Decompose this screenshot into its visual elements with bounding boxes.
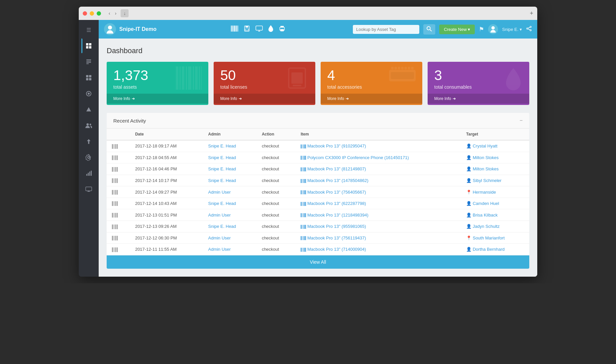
item-link[interactable]: Polycom CX3000 IP Conference Phone (1614… xyxy=(307,155,409,160)
row-admin[interactable]: Snipe E. Head xyxy=(203,140,256,152)
item-link[interactable]: Macbook Pro 13" (955981065) xyxy=(307,224,366,229)
item-link[interactable]: Macbook Pro 13" (1478504862) xyxy=(307,178,368,183)
target-link[interactable]: 👤 Milton Stokes xyxy=(466,166,499,171)
row-target[interactable]: 👤 Crystal Hyatt xyxy=(461,140,529,152)
row-admin[interactable]: Snipe E. Head xyxy=(203,152,256,163)
admin-link[interactable]: Snipe E. Head xyxy=(208,166,236,171)
item-link[interactable]: Macbook Pro 13" (714000904) xyxy=(307,247,366,252)
create-new-button[interactable]: Create New ▾ xyxy=(439,25,475,34)
admin-link[interactable]: Admin User xyxy=(208,247,231,252)
monitor-nav-icon[interactable] xyxy=(256,26,263,33)
row-item[interactable]: Macbook Pro 13" (1218498394) xyxy=(295,209,461,221)
row-item[interactable]: Macbook Pro 13" (1478504862) xyxy=(295,175,461,186)
item-link[interactable]: Macbook Pro 13" (812149807) xyxy=(307,166,366,171)
search-button[interactable] xyxy=(423,24,435,35)
row-admin[interactable]: Snipe E. Head xyxy=(203,175,256,186)
target-link[interactable]: 👤 Jadyn Schultz xyxy=(466,224,500,229)
svg-rect-26 xyxy=(233,26,233,32)
forward-button[interactable]: › xyxy=(113,10,118,17)
item-link[interactable]: Macbook Pro 13" (756119437) xyxy=(307,235,366,240)
row-admin[interactable]: Snipe E. Head xyxy=(203,198,256,209)
sidebar-item-reports[interactable] xyxy=(81,166,96,181)
admin-link[interactable]: Admin User xyxy=(208,190,231,195)
user-name[interactable]: Snipe E. ▾ xyxy=(502,27,522,32)
item-link[interactable]: Macbook Pro 13" (622287798) xyxy=(307,201,366,206)
sidebar-item-accessories[interactable] xyxy=(81,70,96,85)
row-item[interactable]: Macbook Pro 13" (756405667) xyxy=(295,186,461,198)
row-target[interactable]: 👤 Milton Stokes xyxy=(461,163,529,175)
sidebar-item-consumables[interactable] xyxy=(81,86,96,101)
item-link[interactable]: Macbook Pro 13" (1218498394) xyxy=(307,213,368,218)
target-link[interactable]: 👤 Dortha Bernhard xyxy=(466,247,505,252)
flag-icon[interactable]: ⚑ xyxy=(479,26,484,33)
row-item[interactable]: Macbook Pro 13" (622287798) xyxy=(295,198,461,209)
item-link[interactable]: Macbook Pro 13" (910295047) xyxy=(307,143,366,148)
new-tab-button[interactable]: + xyxy=(530,10,533,17)
admin-link[interactable]: Snipe E. Head xyxy=(208,155,236,160)
row-target[interactable]: 👤 Milton Stokes xyxy=(461,152,529,163)
sidebar-item-users[interactable] xyxy=(81,118,96,133)
save-nav-icon[interactable] xyxy=(244,25,250,34)
assets-more-info[interactable]: More Info ➜ xyxy=(107,94,208,104)
share-icon[interactable] xyxy=(526,26,532,33)
target-link[interactable]: 👤 Brisa Kilback xyxy=(466,213,498,218)
print-nav-icon[interactable] xyxy=(279,26,285,33)
row-admin[interactable]: Snipe E. Head xyxy=(203,221,256,232)
row-admin[interactable]: Admin User xyxy=(203,244,256,255)
admin-link[interactable]: Admin User xyxy=(208,235,231,240)
row-item[interactable]: Macbook Pro 13" (756119437) xyxy=(295,232,461,244)
row-target[interactable]: 👤 Brisa Kilback xyxy=(461,209,529,221)
row-target[interactable]: 👤 Camden Huel xyxy=(461,198,529,209)
row-target[interactable]: 👤 Jadyn Schultz xyxy=(461,221,529,232)
row-item[interactable]: Polycom CX3000 IP Conference Phone (1614… xyxy=(295,152,461,163)
reload-button[interactable]: ↓ xyxy=(121,9,129,17)
col-item: Item xyxy=(295,129,461,140)
sidebar-item-monitor[interactable] xyxy=(81,182,96,197)
row-admin[interactable]: Admin User xyxy=(203,186,256,198)
sidebar-item-settings[interactable] xyxy=(81,150,96,165)
row-item[interactable]: Macbook Pro 13" (910295047) xyxy=(295,140,461,152)
target-link[interactable]: 👤 Crystal Hyatt xyxy=(466,143,497,148)
target-link[interactable]: 👤 Sibyl Schmeler xyxy=(466,178,501,183)
target-link[interactable]: 📍 Hermanside xyxy=(466,190,496,195)
sidebar-item-components[interactable] xyxy=(81,102,96,117)
sidebar-item-assets[interactable] xyxy=(81,39,96,53)
minimize-button[interactable] xyxy=(90,11,94,16)
row-admin[interactable]: Snipe E. Head xyxy=(203,163,256,175)
row-admin[interactable]: Admin User xyxy=(203,209,256,221)
admin-link[interactable]: Snipe E. Head xyxy=(208,224,236,229)
item-link[interactable]: Macbook Pro 13" (756405667) xyxy=(307,190,366,195)
row-admin[interactable]: Admin User xyxy=(203,232,256,244)
back-button[interactable]: ‹ xyxy=(107,10,112,17)
maximize-button[interactable] xyxy=(97,11,101,16)
row-target[interactable]: 📍 South Marianfort xyxy=(461,232,529,244)
sidebar-item-licenses[interactable] xyxy=(81,54,96,69)
close-button[interactable] xyxy=(83,11,87,16)
collapse-button[interactable]: − xyxy=(520,118,523,124)
admin-link[interactable]: Snipe E. Head xyxy=(208,201,236,206)
licenses-more-info[interactable]: More Info ➜ xyxy=(214,94,315,104)
admin-link[interactable]: Snipe E. Head xyxy=(208,178,236,183)
admin-link[interactable]: Snipe E. Head xyxy=(208,143,236,148)
consumables-more-info[interactable]: More Info ➜ xyxy=(428,94,529,104)
admin-link[interactable]: Admin User xyxy=(208,213,231,218)
row-target[interactable]: 👤 Dortha Bernhard xyxy=(461,244,529,255)
row-item[interactable]: Macbook Pro 13" (812149807) xyxy=(295,163,461,175)
sidebar-item-upload[interactable] xyxy=(81,134,96,149)
target-link[interactable]: 📍 South Marianfort xyxy=(466,235,505,240)
consumables-more-info-label: More Info xyxy=(434,96,451,101)
target-link[interactable]: 👤 Milton Stokes xyxy=(466,155,499,160)
row-target[interactable]: 👤 Sibyl Schmeler xyxy=(461,175,529,186)
view-all-button[interactable]: View All xyxy=(107,255,529,269)
drop-nav-icon[interactable] xyxy=(268,25,273,34)
row-item[interactable]: Macbook Pro 13" (955981065) xyxy=(295,221,461,232)
barcode-nav-icon[interactable] xyxy=(231,26,238,33)
row-item[interactable]: Macbook Pro 13" (714000904) xyxy=(295,244,461,255)
sidebar-item-menu[interactable]: ☰ xyxy=(81,23,96,37)
asset-tag-search[interactable] xyxy=(353,25,419,34)
table-row: 2017-12-13 09:26 AMSnipe E. Headcheckout… xyxy=(107,221,529,232)
accessories-more-info-label: More Info xyxy=(327,96,344,101)
accessories-more-info[interactable]: More Info ➜ xyxy=(321,94,422,104)
row-target[interactable]: 📍 Hermanside xyxy=(461,186,529,198)
target-link[interactable]: 👤 Camden Huel xyxy=(466,201,499,206)
